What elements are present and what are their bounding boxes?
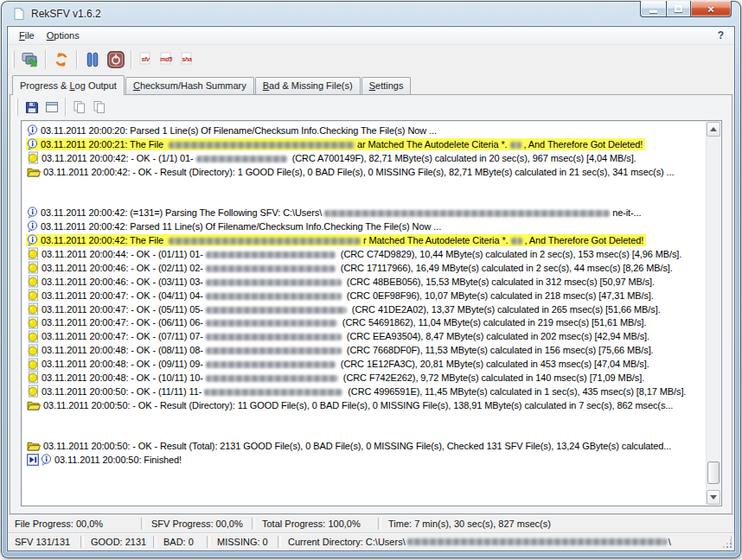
log-row[interactable]: 03.11.2011 20:00:50: - OK - (11/11) 11- … xyxy=(23,385,704,398)
log-text: 03.11.2011 20:00:42: (=131=) Parsing The… xyxy=(41,207,641,218)
refresh-button[interactable] xyxy=(49,48,73,71)
log-text: 03.11.2011 20:00:47: - OK - (07/11) 07- … xyxy=(42,331,649,341)
redacted-text xyxy=(206,320,337,327)
stop-button[interactable] xyxy=(104,48,127,71)
menu-file[interactable]: File xyxy=(13,29,41,42)
log-row[interactable]: 03.11.2011 20:00:46: - OK - (03/11) 03- … xyxy=(23,275,704,289)
folder-icon xyxy=(27,399,41,411)
scroll-down-button[interactable] xyxy=(707,490,720,505)
toolbar-separator xyxy=(76,50,77,69)
log-row[interactable]: 03.11.2011 20:00:42: Parsed 11 Line(s) O… xyxy=(23,220,704,233)
copy-all-button[interactable] xyxy=(89,98,109,118)
finish-icon xyxy=(27,454,52,466)
redacted-text xyxy=(407,538,667,545)
toolbar-grip xyxy=(12,51,15,68)
menu-options[interactable]: Options xyxy=(41,29,86,42)
log-row[interactable]: 03.11.2011 20:00:47: - OK - (04/11) 04- … xyxy=(23,289,704,302)
redacted-text xyxy=(206,307,347,314)
check-files-button[interactable] xyxy=(18,48,42,71)
main-toolbar: sfv md5 sha xyxy=(8,45,734,73)
sha-button[interactable]: sha xyxy=(177,49,196,70)
redacted-text xyxy=(206,293,342,300)
log-row[interactable]: 03.11.2011 20:00:48: - OK - (10/11) 10- … xyxy=(23,371,704,385)
log-row[interactable]: 03.11.2011 20:00:50: - OK - Result (Tota… xyxy=(23,439,704,453)
vertical-scrollbar[interactable] xyxy=(706,122,720,505)
copy-button[interactable] xyxy=(69,98,89,118)
refresh-icon xyxy=(54,52,69,67)
redacted-text xyxy=(196,156,287,162)
save-log-button[interactable] xyxy=(22,98,42,118)
minimize-button[interactable] xyxy=(640,1,666,17)
tab-checksum-hash-summary[interactable]: Checksum/Hash Summary xyxy=(125,77,254,94)
log-text: 03.11.2011 20:00:20: Parsed 1 Line(s) Of… xyxy=(41,125,437,136)
toolbar-separator xyxy=(65,98,66,117)
log-row[interactable]: 03.11.2011 20:00:42: The File r Matched … xyxy=(23,233,704,247)
log-text: 03.11.2011 20:00:48: - OK - (09/11) 09- … xyxy=(42,359,649,369)
save-icon xyxy=(25,100,39,114)
log-row[interactable] xyxy=(23,426,704,440)
log-row[interactable]: 03.11.2011 20:00:50: Finished! xyxy=(23,453,704,467)
redacted-text xyxy=(206,251,336,258)
log-row[interactable]: 03.11.2011 20:00:46: - OK - (02/11) 02- … xyxy=(23,261,704,275)
total-progress-panel: Total Progress: 100,0% xyxy=(255,515,381,532)
log-text: 03.11.2011 20:00:50: - OK - Result (Dire… xyxy=(43,400,673,410)
log-rows: 03.11.2011 20:00:20: Parsed 1 Line(s) Of… xyxy=(23,124,704,504)
md5-button[interactable]: md5 xyxy=(157,49,176,70)
log-row[interactable]: 03.11.2011 20:00:48: - OK - (09/11) 09- … xyxy=(23,357,704,371)
log-row[interactable]: 03.11.2011 20:00:42: - OK - (1/1) 01- (C… xyxy=(23,151,704,165)
maximize-button[interactable] xyxy=(666,1,691,17)
file-icon xyxy=(27,371,39,384)
log-text: 03.11.2011 20:00:48: - OK - (10/11) 10- … xyxy=(42,372,644,383)
log-text: 03.11.2011 20:00:42: - OK - Result (Dire… xyxy=(43,167,674,177)
scrollbar-thumb[interactable] xyxy=(707,461,720,484)
log-row[interactable]: 03.11.2011 20:00:48: - OK - (08/11) 08- … xyxy=(23,343,704,357)
log-text: 03.11.2011 20:00:42: - OK - (1/1) 01- (C… xyxy=(42,153,636,163)
log-row[interactable]: 03.11.2011 20:00:42: - OK - Result (Dire… xyxy=(23,165,704,179)
log-row[interactable]: 03.11.2011 20:00:44: - OK - (01/11) 01- … xyxy=(23,247,704,261)
log-row[interactable]: 03.11.2011 20:00:47: - OK - (07/11) 07- … xyxy=(23,329,704,343)
sfv-button[interactable]: sfv xyxy=(136,49,155,70)
redacted-text xyxy=(206,334,342,340)
minimize-icon xyxy=(649,10,657,13)
log-text: 03.11.2011 20:00:50: - OK - Result (Tota… xyxy=(43,441,671,451)
missing-count-panel: MISSING: 0 xyxy=(210,533,281,550)
resize-grip[interactable] xyxy=(723,539,732,548)
log-row[interactable]: 03.11.2011 20:00:21: The File ar Matched… xyxy=(23,137,704,151)
arrow-up-icon xyxy=(710,127,717,131)
log-row[interactable]: 03.11.2011 20:00:47: - OK - (06/11) 06- … xyxy=(23,315,704,329)
log-text: 03.11.2011 20:00:42: The File r Matched … xyxy=(41,235,643,245)
good-count-panel: GOOD: 2131 xyxy=(84,533,157,550)
log-row[interactable]: 03.11.2011 20:00:47: - OK - (05/11) 05- … xyxy=(23,302,704,316)
log-row[interactable] xyxy=(23,179,704,193)
close-button[interactable]: × xyxy=(691,1,732,17)
log-list[interactable]: 03.11.2011 20:00:20: Parsed 1 Line(s) Of… xyxy=(21,120,722,506)
log-row[interactable] xyxy=(23,192,704,206)
pause-icon xyxy=(86,52,99,67)
results-status-bar: SFV 131/131 GOOD: 2131 BAD: 0 MISSING: 0… xyxy=(8,532,734,550)
tab-settings[interactable]: Settings xyxy=(361,77,412,94)
file-icon xyxy=(27,261,39,274)
tab-progress-log-output[interactable]: Progress & Log Output xyxy=(12,75,125,95)
tab-bad-missing-files[interactable]: Bad & Missing File(s) xyxy=(255,77,361,94)
info-icon xyxy=(27,220,38,232)
maximize-icon xyxy=(675,5,682,12)
redacted-text xyxy=(169,238,361,245)
log-text: 03.11.2011 20:00:47: - OK - (04/11) 04- … xyxy=(42,290,654,301)
open-window-button[interactable] xyxy=(42,98,61,118)
title-bar[interactable]: RekSFV v1.6.2 × xyxy=(1,1,741,26)
info-icon xyxy=(27,124,38,137)
file-icon xyxy=(27,275,39,288)
redacted-text xyxy=(510,142,521,149)
log-row[interactable]: 03.11.2011 20:00:20: Parsed 1 Line(s) Of… xyxy=(23,124,704,137)
log-row[interactable] xyxy=(23,412,704,426)
client-area: File Options ? sfv xyxy=(7,26,735,551)
scroll-up-button[interactable] xyxy=(707,122,720,137)
pause-button[interactable] xyxy=(80,48,104,71)
file-icon xyxy=(27,289,39,302)
app-icon xyxy=(12,7,26,21)
log-row[interactable]: 03.11.2011 20:00:42: (=131=) Parsing The… xyxy=(23,206,704,220)
menu-help[interactable]: ? xyxy=(713,29,729,41)
redacted-text xyxy=(169,142,355,149)
log-row[interactable]: 03.11.2011 20:00:50: - OK - Result (Dire… xyxy=(23,398,704,412)
toolbar-separator xyxy=(45,50,46,69)
